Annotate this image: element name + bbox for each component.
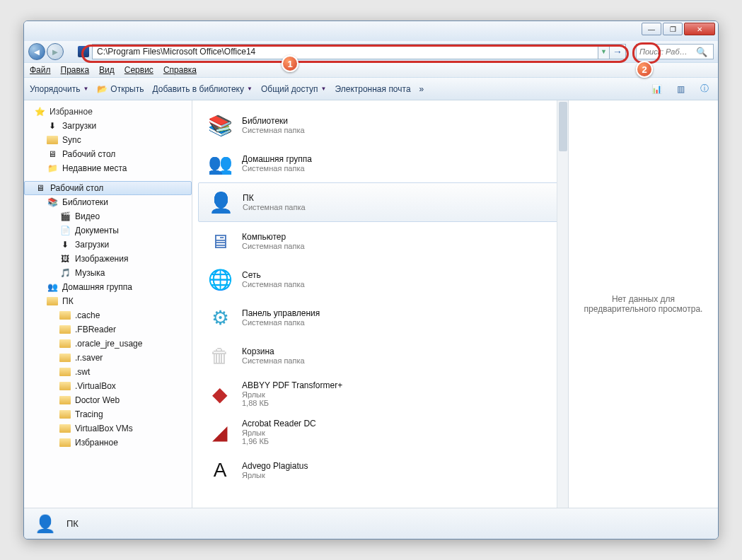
tree-pc[interactable]: ПК <box>62 296 74 306</box>
folder-icon <box>59 396 71 404</box>
navigation-row: ◄ ► ▼ → 🔍 <box>24 41 718 62</box>
item-icon: ⚙ <box>205 303 235 332</box>
file-list[interactable]: 📚 Библиотеки Системная папка 👥 Домашняя … <box>192 100 568 508</box>
preview-pane: Нет данных для предварительного просмотр… <box>568 100 718 508</box>
list-item[interactable]: ⚙ Панель управления Системная папка <box>198 298 562 337</box>
close-button[interactable]: ✕ <box>684 23 715 35</box>
tree-swt[interactable]: .swt <box>75 367 90 377</box>
folder-icon <box>59 410 71 419</box>
organize-button[interactable]: Упорядочить ▼ <box>30 84 88 94</box>
scroll-thumb[interactable] <box>559 102 567 151</box>
email-button[interactable]: Электронная почта <box>335 84 410 94</box>
folder-icon <box>59 311 71 320</box>
download-icon: ⬇ <box>47 121 58 131</box>
tree-music[interactable]: Музыка <box>75 268 105 278</box>
folder-icon <box>59 354 71 362</box>
tree-downloads[interactable]: Загрузки <box>62 121 96 131</box>
forward-button[interactable]: ► <box>47 43 64 60</box>
address-dropdown[interactable]: ▼ <box>598 44 610 59</box>
tree-oracle[interactable]: .oracle_jre_usage <box>75 339 142 349</box>
list-item[interactable]: 🌐 Сеть Системная папка <box>198 260 562 298</box>
maximize-button[interactable]: ❐ <box>663 23 683 35</box>
list-item[interactable]: 👥 Домашняя группа Системная папка <box>198 144 562 182</box>
document-icon: 📄 <box>59 226 71 235</box>
tree-desktop-fav[interactable]: Рабочий стол <box>62 149 115 159</box>
download-icon: ⬇ <box>59 240 71 250</box>
search-input[interactable] <box>639 47 696 56</box>
tree-downloads2[interactable]: Загрузки <box>75 240 109 250</box>
tree-virtualbox[interactable]: .VirtualBox <box>75 381 116 391</box>
item-name: Библиотеки <box>242 116 305 126</box>
tree-sync[interactable]: Sync <box>62 135 81 145</box>
list-item[interactable]: A Advego Plagiatus Ярлык <box>198 451 562 489</box>
item-size: 1,88 КБ <box>242 399 342 407</box>
list-item[interactable]: ◆ ABBYY PDF Transformer+ Ярлык 1,88 КБ <box>198 375 562 413</box>
tree-images[interactable]: Изображения <box>75 254 128 264</box>
preview-pane-toggle[interactable]: ▥ <box>673 81 688 97</box>
item-sub: Системная папка <box>242 126 305 134</box>
item-name: Корзина <box>242 346 305 356</box>
tree-favorites2[interactable]: Избранное <box>75 438 118 448</box>
menu-service[interactable]: Сервис <box>124 65 153 75</box>
menu-bar: Файл Правка Вид Сервис Справка <box>24 62 718 78</box>
toolbar: Упорядочить ▼ 📂Открыть Добавить в библио… <box>24 78 718 100</box>
status-item-icon: 👤 <box>34 513 57 535</box>
explorer-window: — ❐ ✕ ◄ ► ▼ → 🔍 Файл Правка Вид Сервис С… <box>23 21 719 539</box>
menu-file[interactable]: Файл <box>30 65 51 75</box>
tree-rsaver[interactable]: .r.saver <box>75 353 103 363</box>
menu-edit[interactable]: Правка <box>61 65 90 75</box>
tree-cache[interactable]: .cache <box>75 310 100 320</box>
help-icon[interactable]: ⓘ <box>697 81 712 97</box>
item-icon: 🌐 <box>205 264 235 294</box>
item-sub: Системная папка <box>243 203 306 211</box>
tree-doctorweb[interactable]: Doctor Web <box>75 395 120 405</box>
list-item[interactable]: 📚 Библиотеки Системная папка <box>198 106 562 144</box>
go-button[interactable]: → <box>609 44 626 59</box>
item-name: Сеть <box>242 270 305 280</box>
tree-vboxvms[interactable]: VirtualBox VMs <box>75 424 133 433</box>
list-item[interactable]: 🖥 Компьютер Системная папка <box>198 222 562 260</box>
library-icon: 📚 <box>47 197 58 207</box>
item-name: ПК <box>243 193 306 203</box>
list-item[interactable]: 🗑 Корзина Системная папка <box>198 337 562 375</box>
item-icon: 🖥 <box>205 226 235 256</box>
scrollbar[interactable] <box>557 100 568 508</box>
folder-icon <box>59 438 71 447</box>
tree-libraries[interactable]: Библиотеки <box>62 197 108 207</box>
toolbar-overflow[interactable]: » <box>419 84 424 94</box>
tree-favorites[interactable]: Избранное <box>50 107 93 117</box>
tree-documents[interactable]: Документы <box>75 226 119 235</box>
menu-view[interactable]: Вид <box>99 65 115 75</box>
list-item[interactable]: ◢ Acrobat Reader DC Ярлык 1,96 КБ <box>198 413 562 451</box>
item-sub: Ярлык <box>242 390 342 399</box>
callout-badge-1: 1 <box>282 55 298 72</box>
folder-icon <box>47 297 58 305</box>
add-library-button[interactable]: Добавить в библиотеку ▼ <box>152 84 252 94</box>
folder-icon <box>59 339 71 348</box>
tree-tracing[interactable]: Tracing <box>75 409 103 419</box>
view-slider[interactable]: 📊 <box>649 81 664 97</box>
item-name: Домашняя группа <box>242 154 312 164</box>
music-icon: 🎵 <box>59 268 71 278</box>
address-input[interactable] <box>92 44 598 59</box>
tree-video[interactable]: Видео <box>75 211 100 221</box>
item-name: Acrobat Reader DC <box>242 419 316 428</box>
open-button[interactable]: 📂Открыть <box>97 84 144 94</box>
minimize-button[interactable]: — <box>642 23 661 35</box>
tree-homegroup[interactable]: Домашняя группа <box>62 282 132 292</box>
tree-fbreader[interactable]: .FBReader <box>75 325 116 334</box>
tree-recent[interactable]: Недавние места <box>62 163 127 173</box>
list-item[interactable]: 👤 ПК Системная папка <box>198 182 562 222</box>
share-button[interactable]: Общий доступ ▼ <box>261 84 327 94</box>
item-icon: 👥 <box>205 148 235 178</box>
item-sub: Ярлык <box>242 471 308 479</box>
item-icon: 📚 <box>205 110 235 140</box>
item-icon: ◢ <box>205 417 235 447</box>
tree-desktop-hdr[interactable]: Рабочий стол <box>50 183 103 193</box>
search-box[interactable]: 🔍 <box>636 44 714 59</box>
navigation-tree[interactable]: ⭐Избранное ⬇Загрузки Sync 🖥Рабочий стол … <box>24 100 192 508</box>
menu-help[interactable]: Справка <box>163 65 197 75</box>
back-button[interactable]: ◄ <box>28 43 45 60</box>
status-item-name: ПК <box>66 518 79 529</box>
preview-empty-text: Нет данных для предварительного просмотр… <box>580 294 707 314</box>
